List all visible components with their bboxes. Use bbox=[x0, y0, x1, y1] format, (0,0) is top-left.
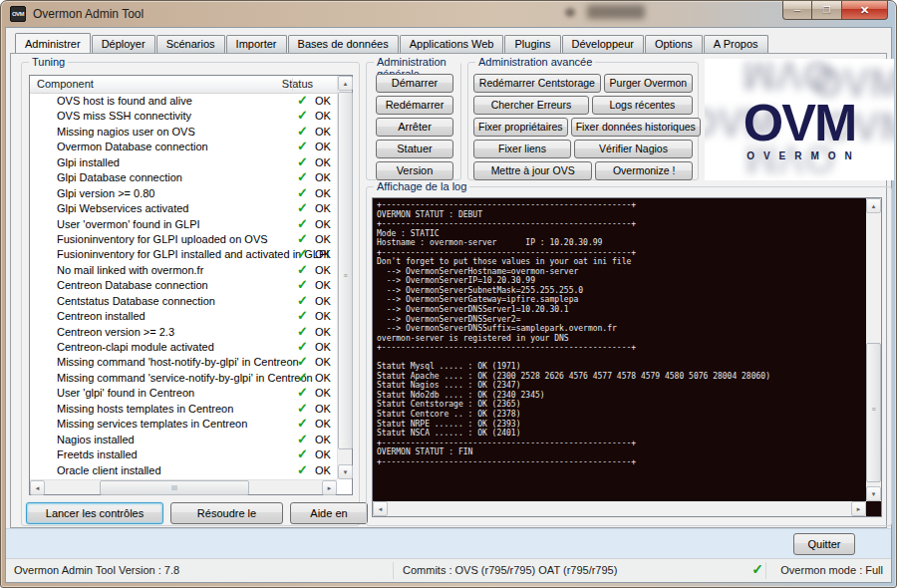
maximize-button[interactable]: ❐ bbox=[812, 1, 842, 20]
table-row[interactable]: OVS host is found and alive ✓ OK bbox=[30, 94, 337, 109]
column-header-status[interactable]: Status bbox=[282, 78, 313, 90]
status-value: OK bbox=[315, 341, 331, 353]
table-row[interactable]: User 'glpi' found in Centreon ✓ OK bbox=[30, 386, 337, 401]
check-icon: ✓ bbox=[297, 124, 308, 139]
table-row[interactable]: User 'overmon' found in GLPI ✓ OK bbox=[30, 217, 337, 232]
scroll-right-icon[interactable]: ► bbox=[851, 501, 866, 516]
component-list[interactable]: Component Status OVS host is found and a… bbox=[29, 75, 353, 495]
component-name: Missing nagios user on OVS bbox=[57, 126, 195, 138]
admin-advanced-buttons: Redémarrer Centstorage Purger Overmon Ch… bbox=[473, 74, 693, 180]
log-text[interactable]: +---------------------------------------… bbox=[377, 200, 865, 500]
scroll-up-icon[interactable]: ▲ bbox=[866, 198, 881, 213]
titlebar-reflection bbox=[587, 5, 645, 19]
tab[interactable]: Applications Web bbox=[400, 35, 504, 53]
table-row[interactable]: Missing hosts templates in Centreon ✓ OK bbox=[30, 402, 337, 417]
tab[interactable]: Déployer bbox=[92, 35, 155, 53]
scroll-right-icon[interactable]: ► bbox=[322, 480, 337, 495]
table-row[interactable]: No mail linked with overmon.fr ✓ OK bbox=[30, 263, 337, 278]
table-row[interactable]: Centreon version >= 2.3 ✓ OK bbox=[30, 325, 337, 340]
scroll-left-icon[interactable]: ◄ bbox=[373, 501, 388, 516]
list-header[interactable]: Component Status bbox=[30, 76, 337, 94]
title-bar[interactable]: OVM Overmon Admin Tool ─ ❐ ✕ bbox=[1, 1, 896, 27]
list-vertical-scrollbar[interactable]: ▲ ≡ ▼ bbox=[337, 76, 352, 479]
status-value: OK bbox=[315, 326, 331, 338]
table-row[interactable]: Centreon installed ✓ OK bbox=[30, 309, 337, 324]
scroll-down-icon[interactable]: ▼ bbox=[338, 464, 353, 479]
table-row[interactable]: Centreon-clapi module activated ✓ OK bbox=[30, 340, 337, 355]
table-row[interactable]: Missing nagios user on OVS ✓ OK bbox=[30, 125, 337, 140]
tab[interactable]: Importer bbox=[226, 35, 287, 53]
status-value: OK bbox=[315, 141, 331, 152]
scroll-thumb[interactable]: ≡ bbox=[866, 343, 881, 482]
table-row[interactable]: Overmon Database connection ✓ OK bbox=[30, 140, 337, 154]
tab-page-administrer: Tuning Component Status OVS host is foun… bbox=[10, 53, 887, 528]
table-row[interactable]: Oracle client installed ✓ OK bbox=[30, 463, 337, 478]
log-viewer[interactable]: +---------------------------------------… bbox=[372, 197, 882, 517]
tab[interactable]: Administrer bbox=[15, 33, 91, 53]
admin-advanced-button[interactable]: Mettre à jour OVS bbox=[473, 161, 592, 180]
tuning-buttons: Lancer les contrôles sur l'OVS Résoudre … bbox=[26, 502, 368, 524]
online-help-button[interactable]: Aide en ligne bbox=[290, 502, 368, 524]
tab[interactable]: A Propos bbox=[704, 35, 768, 53]
table-row[interactable]: Missing command 'host-notify-by-glpi' in… bbox=[30, 355, 337, 370]
column-separator[interactable] bbox=[292, 78, 293, 91]
admin-advanced-button[interactable]: Purger Overmon bbox=[604, 74, 693, 93]
scroll-left-icon[interactable]: ◄ bbox=[30, 480, 45, 495]
status-value: OK bbox=[315, 248, 331, 260]
check-icon: ✓ bbox=[297, 446, 308, 461]
admin-general-button[interactable]: Version bbox=[376, 161, 453, 180]
table-row[interactable]: Missing services templates in Centreon ✓… bbox=[30, 417, 337, 432]
status-value: OK bbox=[315, 387, 331, 399]
scroll-thumb[interactable]: III bbox=[100, 480, 249, 495]
admin-advanced-button[interactable]: Fixer liens bbox=[473, 140, 571, 158]
logo-subtext: OVERMON bbox=[738, 150, 861, 161]
scroll-down-icon[interactable]: ▼ bbox=[866, 486, 881, 501]
admin-general-button[interactable]: Arrêter bbox=[376, 118, 453, 137]
table-row[interactable]: Nagios installed ✓ OK bbox=[30, 433, 337, 447]
column-header-component[interactable]: Component bbox=[37, 78, 94, 90]
statusbar-divider bbox=[765, 562, 766, 579]
table-row[interactable]: Fusioninventory for GLPI uploaded on OVS… bbox=[30, 232, 337, 247]
table-row[interactable]: Freetds installed ✓ OK bbox=[30, 447, 337, 462]
component-name: Glpi installed bbox=[57, 156, 120, 168]
tab[interactable]: Plugins bbox=[504, 35, 560, 53]
status-value: OK bbox=[315, 434, 331, 445]
tab[interactable]: Bases de données bbox=[288, 35, 399, 53]
minimize-button[interactable]: ─ bbox=[782, 1, 812, 20]
quit-button[interactable]: Quitter bbox=[793, 533, 855, 555]
run-checks-button[interactable]: Lancer les contrôles sur l'OVS bbox=[26, 502, 163, 524]
table-row[interactable]: Glpi Webservices activated ✓ OK bbox=[30, 201, 337, 216]
tab[interactable]: Scénarios bbox=[156, 35, 225, 53]
solve-problem-button[interactable]: Résoudre le problème bbox=[170, 502, 283, 524]
tab-label: Bases de données bbox=[298, 38, 389, 50]
scroll-thumb[interactable]: ≡ bbox=[338, 92, 353, 449]
table-row[interactable]: Glpi installed ✓ OK bbox=[30, 155, 337, 170]
admin-general-button[interactable]: Redémarrer bbox=[376, 96, 453, 115]
table-row[interactable]: Glpi Database connection ✓ OK bbox=[30, 170, 337, 185]
admin-advanced-button[interactable]: Logs récentes bbox=[592, 96, 693, 115]
scroll-up-icon[interactable]: ▲ bbox=[338, 76, 353, 91]
admin-advanced-button[interactable]: Fixer données historiques bbox=[571, 118, 701, 137]
window-controls: ─ ❐ ✕ bbox=[782, 1, 888, 20]
table-row[interactable]: OVS miss SSH connectivity ✓ OK bbox=[30, 109, 337, 124]
admin-advanced-button[interactable]: Vérifier Nagios bbox=[574, 140, 693, 158]
log-horizontal-scrollbar[interactable]: ◄ ► bbox=[373, 501, 866, 516]
admin-advanced-button[interactable]: Overmonize ! bbox=[595, 161, 693, 180]
tab[interactable]: Options bbox=[645, 35, 703, 53]
table-row[interactable]: Glpi version >= 0.80 ✓ OK bbox=[30, 186, 337, 201]
admin-advanced-button[interactable]: Redémarrer Centstorage bbox=[473, 74, 601, 93]
admin-advanced-button[interactable]: Fixer propriétaires bbox=[473, 118, 568, 137]
table-row[interactable]: Centstatus Database connection ✓ OK bbox=[30, 294, 337, 309]
admin-general-button[interactable]: Statuer bbox=[376, 140, 453, 158]
admin-general-groupbox: Administration générale Démarrer Redémar… bbox=[366, 62, 461, 180]
log-vertical-scrollbar[interactable]: ▲ ≡ ▼ bbox=[866, 198, 881, 501]
tab[interactable]: Développeur bbox=[562, 35, 644, 53]
status-value: OK bbox=[315, 310, 331, 322]
table-row[interactable]: Missing command 'service-notify-by-glpi'… bbox=[30, 371, 337, 386]
table-row[interactable]: Fusioninventory for GLPI installed and a… bbox=[30, 247, 337, 262]
list-horizontal-scrollbar[interactable]: ◄ III ► bbox=[30, 479, 337, 494]
admin-general-button[interactable]: Démarrer bbox=[376, 74, 453, 93]
admin-advanced-button[interactable]: Chercher Erreurs bbox=[473, 96, 589, 115]
table-row[interactable]: Centreon Database connection ✓ OK bbox=[30, 278, 337, 293]
close-button[interactable]: ✕ bbox=[842, 1, 888, 20]
